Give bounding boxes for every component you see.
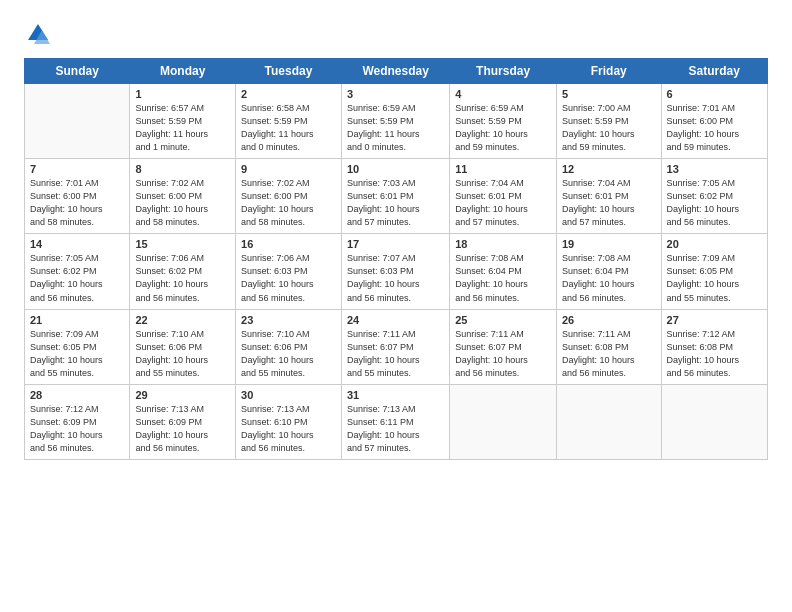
day-number: 20 bbox=[667, 238, 762, 250]
calendar-cell: 5Sunrise: 7:00 AM Sunset: 5:59 PM Daylig… bbox=[556, 84, 661, 159]
day-info: Sunrise: 7:00 AM Sunset: 5:59 PM Dayligh… bbox=[562, 102, 656, 154]
day-info: Sunrise: 7:10 AM Sunset: 6:06 PM Dayligh… bbox=[241, 328, 336, 380]
logo bbox=[24, 20, 56, 48]
col-header-thursday: Thursday bbox=[450, 59, 557, 84]
calendar-cell: 21Sunrise: 7:09 AM Sunset: 6:05 PM Dayli… bbox=[25, 309, 130, 384]
day-info: Sunrise: 7:08 AM Sunset: 6:04 PM Dayligh… bbox=[562, 252, 656, 304]
col-header-friday: Friday bbox=[556, 59, 661, 84]
day-number: 13 bbox=[667, 163, 762, 175]
day-number: 16 bbox=[241, 238, 336, 250]
day-info: Sunrise: 7:11 AM Sunset: 6:07 PM Dayligh… bbox=[347, 328, 444, 380]
calendar-cell: 14Sunrise: 7:05 AM Sunset: 6:02 PM Dayli… bbox=[25, 234, 130, 309]
day-info: Sunrise: 7:10 AM Sunset: 6:06 PM Dayligh… bbox=[135, 328, 230, 380]
day-info: Sunrise: 7:09 AM Sunset: 6:05 PM Dayligh… bbox=[667, 252, 762, 304]
calendar-table: SundayMondayTuesdayWednesdayThursdayFrid… bbox=[24, 58, 768, 460]
day-info: Sunrise: 7:01 AM Sunset: 6:00 PM Dayligh… bbox=[30, 177, 124, 229]
day-number: 29 bbox=[135, 389, 230, 401]
header-row: SundayMondayTuesdayWednesdayThursdayFrid… bbox=[25, 59, 768, 84]
day-number: 9 bbox=[241, 163, 336, 175]
calendar-cell: 29Sunrise: 7:13 AM Sunset: 6:09 PM Dayli… bbox=[130, 384, 236, 459]
day-number: 28 bbox=[30, 389, 124, 401]
calendar-cell: 31Sunrise: 7:13 AM Sunset: 6:11 PM Dayli… bbox=[341, 384, 449, 459]
day-info: Sunrise: 7:07 AM Sunset: 6:03 PM Dayligh… bbox=[347, 252, 444, 304]
calendar-cell: 16Sunrise: 7:06 AM Sunset: 6:03 PM Dayli… bbox=[236, 234, 342, 309]
day-number: 4 bbox=[455, 88, 551, 100]
week-row-1: 7Sunrise: 7:01 AM Sunset: 6:00 PM Daylig… bbox=[25, 159, 768, 234]
day-info: Sunrise: 7:13 AM Sunset: 6:10 PM Dayligh… bbox=[241, 403, 336, 455]
day-number: 11 bbox=[455, 163, 551, 175]
day-number: 10 bbox=[347, 163, 444, 175]
week-row-0: 1Sunrise: 6:57 AM Sunset: 5:59 PM Daylig… bbox=[25, 84, 768, 159]
day-number: 27 bbox=[667, 314, 762, 326]
day-number: 6 bbox=[667, 88, 762, 100]
week-row-2: 14Sunrise: 7:05 AM Sunset: 6:02 PM Dayli… bbox=[25, 234, 768, 309]
day-info: Sunrise: 7:06 AM Sunset: 6:02 PM Dayligh… bbox=[135, 252, 230, 304]
day-info: Sunrise: 7:04 AM Sunset: 6:01 PM Dayligh… bbox=[562, 177, 656, 229]
calendar-cell: 30Sunrise: 7:13 AM Sunset: 6:10 PM Dayli… bbox=[236, 384, 342, 459]
day-info: Sunrise: 7:11 AM Sunset: 6:08 PM Dayligh… bbox=[562, 328, 656, 380]
col-header-sunday: Sunday bbox=[25, 59, 130, 84]
page: SundayMondayTuesdayWednesdayThursdayFrid… bbox=[0, 0, 792, 612]
day-info: Sunrise: 6:58 AM Sunset: 5:59 PM Dayligh… bbox=[241, 102, 336, 154]
day-number: 7 bbox=[30, 163, 124, 175]
col-header-monday: Monday bbox=[130, 59, 236, 84]
day-number: 17 bbox=[347, 238, 444, 250]
day-number: 19 bbox=[562, 238, 656, 250]
day-info: Sunrise: 7:02 AM Sunset: 6:00 PM Dayligh… bbox=[241, 177, 336, 229]
calendar-body: 1Sunrise: 6:57 AM Sunset: 5:59 PM Daylig… bbox=[25, 84, 768, 460]
day-info: Sunrise: 7:01 AM Sunset: 6:00 PM Dayligh… bbox=[667, 102, 762, 154]
day-number: 2 bbox=[241, 88, 336, 100]
calendar-cell: 15Sunrise: 7:06 AM Sunset: 6:02 PM Dayli… bbox=[130, 234, 236, 309]
day-number: 8 bbox=[135, 163, 230, 175]
day-number: 30 bbox=[241, 389, 336, 401]
day-number: 24 bbox=[347, 314, 444, 326]
calendar-cell: 23Sunrise: 7:10 AM Sunset: 6:06 PM Dayli… bbox=[236, 309, 342, 384]
day-number: 5 bbox=[562, 88, 656, 100]
day-info: Sunrise: 7:08 AM Sunset: 6:04 PM Dayligh… bbox=[455, 252, 551, 304]
day-number: 31 bbox=[347, 389, 444, 401]
day-info: Sunrise: 7:13 AM Sunset: 6:09 PM Dayligh… bbox=[135, 403, 230, 455]
day-number: 12 bbox=[562, 163, 656, 175]
day-info: Sunrise: 7:13 AM Sunset: 6:11 PM Dayligh… bbox=[347, 403, 444, 455]
day-info: Sunrise: 7:02 AM Sunset: 6:00 PM Dayligh… bbox=[135, 177, 230, 229]
col-header-tuesday: Tuesday bbox=[236, 59, 342, 84]
col-header-wednesday: Wednesday bbox=[341, 59, 449, 84]
calendar-cell: 22Sunrise: 7:10 AM Sunset: 6:06 PM Dayli… bbox=[130, 309, 236, 384]
calendar-cell: 19Sunrise: 7:08 AM Sunset: 6:04 PM Dayli… bbox=[556, 234, 661, 309]
logo-icon bbox=[24, 20, 52, 48]
calendar-cell: 28Sunrise: 7:12 AM Sunset: 6:09 PM Dayli… bbox=[25, 384, 130, 459]
day-number: 21 bbox=[30, 314, 124, 326]
day-info: Sunrise: 7:09 AM Sunset: 6:05 PM Dayligh… bbox=[30, 328, 124, 380]
day-number: 3 bbox=[347, 88, 444, 100]
calendar-cell: 6Sunrise: 7:01 AM Sunset: 6:00 PM Daylig… bbox=[661, 84, 767, 159]
calendar-cell: 2Sunrise: 6:58 AM Sunset: 5:59 PM Daylig… bbox=[236, 84, 342, 159]
day-info: Sunrise: 7:05 AM Sunset: 6:02 PM Dayligh… bbox=[30, 252, 124, 304]
day-number: 23 bbox=[241, 314, 336, 326]
day-number: 1 bbox=[135, 88, 230, 100]
week-row-4: 28Sunrise: 7:12 AM Sunset: 6:09 PM Dayli… bbox=[25, 384, 768, 459]
header bbox=[24, 20, 768, 48]
day-number: 15 bbox=[135, 238, 230, 250]
calendar-cell: 27Sunrise: 7:12 AM Sunset: 6:08 PM Dayli… bbox=[661, 309, 767, 384]
day-info: Sunrise: 6:57 AM Sunset: 5:59 PM Dayligh… bbox=[135, 102, 230, 154]
calendar-cell: 1Sunrise: 6:57 AM Sunset: 5:59 PM Daylig… bbox=[130, 84, 236, 159]
calendar-cell: 17Sunrise: 7:07 AM Sunset: 6:03 PM Dayli… bbox=[341, 234, 449, 309]
calendar-cell: 4Sunrise: 6:59 AM Sunset: 5:59 PM Daylig… bbox=[450, 84, 557, 159]
day-info: Sunrise: 7:12 AM Sunset: 6:09 PM Dayligh… bbox=[30, 403, 124, 455]
day-number: 25 bbox=[455, 314, 551, 326]
col-header-saturday: Saturday bbox=[661, 59, 767, 84]
calendar-cell: 11Sunrise: 7:04 AM Sunset: 6:01 PM Dayli… bbox=[450, 159, 557, 234]
calendar-cell: 10Sunrise: 7:03 AM Sunset: 6:01 PM Dayli… bbox=[341, 159, 449, 234]
day-number: 18 bbox=[455, 238, 551, 250]
day-info: Sunrise: 7:06 AM Sunset: 6:03 PM Dayligh… bbox=[241, 252, 336, 304]
day-number: 22 bbox=[135, 314, 230, 326]
day-info: Sunrise: 7:05 AM Sunset: 6:02 PM Dayligh… bbox=[667, 177, 762, 229]
calendar-cell: 20Sunrise: 7:09 AM Sunset: 6:05 PM Dayli… bbox=[661, 234, 767, 309]
calendar-cell bbox=[661, 384, 767, 459]
day-info: Sunrise: 7:04 AM Sunset: 6:01 PM Dayligh… bbox=[455, 177, 551, 229]
calendar-cell: 25Sunrise: 7:11 AM Sunset: 6:07 PM Dayli… bbox=[450, 309, 557, 384]
calendar-header: SundayMondayTuesdayWednesdayThursdayFrid… bbox=[25, 59, 768, 84]
day-info: Sunrise: 7:12 AM Sunset: 6:08 PM Dayligh… bbox=[667, 328, 762, 380]
calendar-cell bbox=[25, 84, 130, 159]
week-row-3: 21Sunrise: 7:09 AM Sunset: 6:05 PM Dayli… bbox=[25, 309, 768, 384]
